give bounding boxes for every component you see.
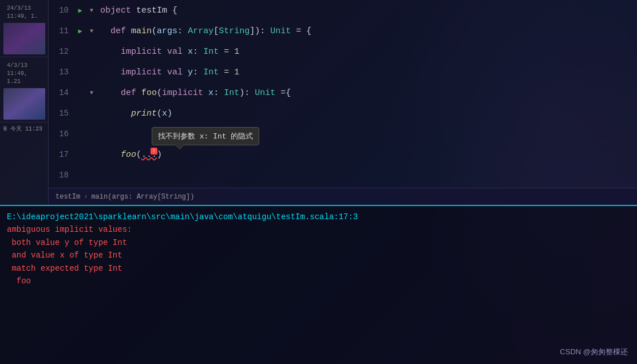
code-line-12: 12 implicit val x: Int = 1 [49, 41, 637, 62]
sidebar-item-1[interactable]: 24/3/13 11:49, 1. [0, 0, 48, 57]
line-num-13: 13 [49, 68, 74, 77]
terminal-line-5: match expected type Int [7, 262, 630, 275]
code-line-17: 17 foo(...) [49, 144, 637, 165]
terminal-line-4: and value x of type Int [7, 249, 630, 262]
breadcrumb-item1: testIm [56, 193, 80, 201]
sidebar-date-2: 4/3/13 11:49, 1.21 [3, 60, 45, 88]
sidebar-chat: B 今天 11:23 [0, 122, 48, 135]
sidebar-thumb-1[interactable] [3, 23, 45, 54]
sidebar-thumb-2[interactable] [3, 88, 45, 120]
code-line-16: 16 [49, 124, 637, 144]
breadcrumb-separator: › [84, 193, 88, 201]
line-num-12: 12 [49, 47, 74, 56]
terminal-panel: E:\ideaproject2021\sparklearn\src\main\j… [0, 205, 637, 364]
error-tooltip: 找不到参数 x: Int 的隐式 [152, 127, 259, 145]
line-content-10: object testIm { [97, 6, 637, 15]
code-lines: 10 ▶ ▼ object testIm { 11 ▶ ▼ def main(a… [49, 0, 637, 185]
watermark: CSDN @匆匆整棵还 [560, 347, 628, 357]
line-num-18: 18 [49, 171, 74, 180]
line-content-17: foo(...) [97, 150, 637, 160]
line-content-13: implicit val y: Int = 1 [97, 68, 637, 77]
line-num-17: 17 [49, 150, 74, 159]
line-num-15: 15 [49, 109, 74, 118]
terminal-line-6: foo [7, 275, 630, 287]
code-editor: 10 ▶ ▼ object testIm { 11 ▶ ▼ def main(a… [49, 0, 637, 206]
terminal-line-3: both value y of type Int [7, 236, 630, 249]
run-arrow-11[interactable]: ▶ [74, 27, 86, 35]
line-num-11: 11 [49, 26, 74, 35]
line-content-12: implicit val x: Int = 1 [97, 47, 637, 57]
line-num-10: 10 [49, 6, 74, 15]
code-line-13: 13 implicit val y: Int = 1 [49, 62, 637, 82]
code-line-14: 14 ▼ def foo(implicit x: Int): Unit ={ [49, 82, 637, 103]
line-num-16: 16 [49, 129, 74, 139]
code-line-18: 18 [49, 165, 637, 185]
error-indicator: ! [151, 148, 157, 155]
sidebar-chat-label: B 今天 11:23 [3, 125, 45, 133]
sidebar: 24/3/13 11:49, 1. 4/3/13 11:49, 1.21 B 今… [0, 0, 49, 206]
terminal-line-2: ambiguous implicit values: [7, 223, 630, 236]
fold-icon-10[interactable]: ▼ [86, 7, 97, 14]
line-num-14: 14 [49, 88, 74, 97]
fold-icon-11[interactable]: ▼ [86, 28, 97, 34]
tooltip-text: 找不到参数 x: Int 的隐式 [158, 132, 253, 141]
fold-icon-14[interactable]: ▼ [86, 90, 97, 96]
breadcrumb-bar: testIm › main(args: Array[String]) [49, 188, 637, 205]
terminal-line-1: E:\ideaproject2021\sparklearn\src\main\j… [7, 211, 630, 223]
line-content-14: def foo(implicit x: Int): Unit ={ [97, 88, 637, 98]
line-content-15: print(x) [97, 109, 637, 118]
sidebar-item-2[interactable]: 4/3/13 11:49, 1.21 [0, 57, 48, 122]
code-line-11: 11 ▶ ▼ def main(args: Array[String]): Un… [49, 21, 637, 41]
breadcrumb-item2: main(args: Array[String]) [91, 193, 194, 201]
code-line-10: 10 ▶ ▼ object testIm { [49, 0, 637, 21]
line-content-11: def main(args: Array[String]): Unit = { [97, 26, 637, 36]
code-line-15: 15 print(x) [49, 103, 637, 124]
sidebar-date-1: 24/3/13 11:49, 1. [3, 2, 45, 23]
run-arrow-10[interactable]: ▶ [74, 6, 86, 15]
